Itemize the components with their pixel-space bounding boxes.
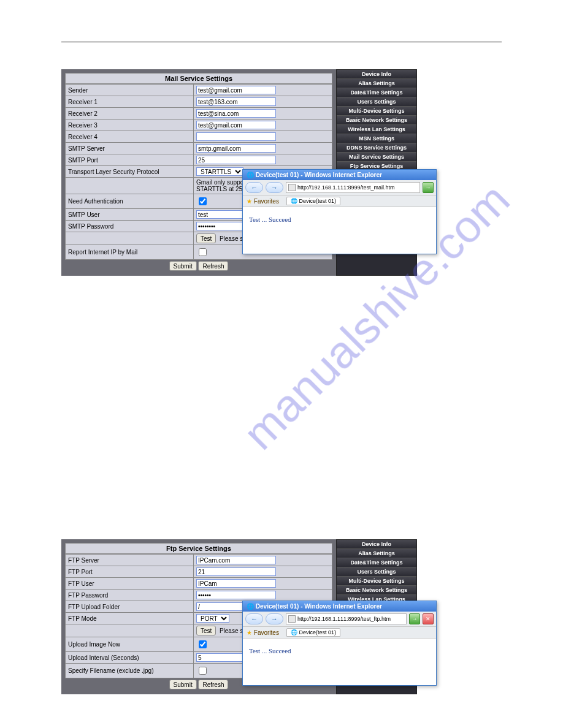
mail-form-title: Mail Service Settings	[65, 73, 332, 84]
ie-body: Test ... Succeed	[243, 639, 436, 685]
smtp-user-label: SMTP User	[66, 209, 194, 221]
ftp-server-label: FTP Server	[66, 555, 194, 566]
ie-tab[interactable]: 🌐 Device(test 01)	[286, 628, 340, 637]
receiver2-input[interactable]	[196, 109, 276, 118]
sender-label: Sender	[66, 85, 194, 96]
ftp-port-input[interactable]	[196, 567, 276, 576]
ie-titlebar: 🌐 Device(test 01) - Windows Internet Exp…	[243, 601, 436, 612]
receiver3-input[interactable]	[196, 121, 276, 129]
ie-forward-button[interactable]: →	[266, 613, 283, 624]
receiver2-label: Receiver 2	[66, 108, 194, 119]
need-auth-checkbox[interactable]	[199, 197, 207, 205]
receiver1-label: Receiver 1	[66, 96, 194, 108]
sidebar-item[interactable]: Basic Network Settings	[337, 116, 416, 125]
ftp-port-label: FTP Port	[66, 566, 194, 578]
filename-label: Specify Filename (exclude .jpg)	[66, 664, 194, 678]
ie-stop-button[interactable]: ✕	[423, 613, 434, 624]
ftp-user-input[interactable]	[196, 579, 276, 588]
ftp-submit-button[interactable]: Submit	[169, 680, 197, 689]
smtp-server-label: SMTP Server	[66, 143, 194, 154]
ie-address-bar[interactable]: http://192.168.1.111:8999/test_mail.htm	[286, 182, 420, 193]
sidebar-item[interactable]: Alias Settings	[337, 549, 416, 558]
mail-submit-button[interactable]: Submit	[169, 261, 197, 271]
ie-favorites[interactable]: Favorites	[247, 198, 279, 205]
ie-favorites[interactable]: Favorites	[247, 629, 279, 636]
ie-go-button[interactable]: →	[409, 613, 420, 624]
ie-back-button[interactable]: ←	[245, 182, 263, 193]
sidebar-item[interactable]: Device Info	[337, 540, 416, 549]
ftp-settings-screenshot: Ftp Service Settings FTP Server FTP Port…	[61, 539, 417, 694]
mail-test-button[interactable]: Test	[196, 233, 216, 243]
ie-icon: 🌐	[247, 603, 254, 610]
sidebar-item[interactable]: Users Settings	[337, 567, 416, 577]
sender-input[interactable]	[196, 86, 276, 94]
ftp-refresh-button[interactable]: Refresh	[198, 680, 228, 689]
ie-icon: 🌐	[247, 172, 254, 178]
ie-titlebar: 🌐 Device(test 01) - Windows Internet Exp…	[243, 170, 436, 180]
ie-back-button[interactable]: ←	[245, 613, 263, 624]
ie-forward-button[interactable]: →	[266, 182, 283, 193]
ftp-pass-label: FTP Password	[66, 590, 194, 601]
ftp-form-title: Ftp Service Settings	[65, 543, 332, 554]
tls-select[interactable]: STARTTLS	[196, 167, 243, 176]
smtp-server-input[interactable]	[196, 144, 276, 153]
receiver4-input[interactable]	[196, 132, 276, 141]
mail-refresh-button[interactable]: Refresh	[198, 261, 228, 271]
interval-label: Upload Interval (Seconds)	[66, 652, 194, 664]
tls-label: Transport Layer Security Protocol	[66, 166, 194, 178]
ie-window-mail-test: 🌐 Device(test 01) - Windows Internet Exp…	[242, 169, 437, 254]
sidebar-item[interactable]: Alias Settings	[337, 79, 416, 88]
ie-address-bar[interactable]: http://192.168.1.111:8999/test_ftp.htm	[286, 613, 407, 624]
sidebar-item[interactable]: DDNS Service Settings	[337, 143, 416, 153]
sidebar-item[interactable]: Date&Time Settings	[337, 88, 416, 97]
report-ip-label: Report Internet IP by Mail	[66, 245, 194, 260]
report-ip-checkbox[interactable]	[199, 248, 207, 256]
page-icon	[288, 184, 296, 191]
ftp-pass-input[interactable]	[196, 591, 276, 599]
sidebar-item[interactable]: Wireless Lan Settings	[337, 125, 416, 134]
ie-window-ftp-test: 🌐 Device(test 01) - Windows Internet Exp…	[242, 601, 437, 686]
ftp-server-input[interactable]	[196, 556, 276, 564]
ie-go-button[interactable]: →	[423, 182, 434, 193]
ftp-folder-label: FTP Upload Folder	[66, 601, 194, 613]
sidebar-item[interactable]: Basic Network Settings	[337, 586, 416, 595]
ftp-user-label: FTP User	[66, 578, 194, 590]
receiver4-label: Receiver 4	[66, 131, 194, 143]
ftp-mode-select[interactable]: PORT	[196, 614, 229, 623]
ftp-test-button[interactable]: Test	[196, 626, 216, 635]
sidebar-item[interactable]: Mail Service Settings	[337, 153, 416, 162]
horizontal-rule	[61, 42, 502, 42]
receiver3-label: Receiver 3	[66, 119, 194, 131]
smtp-port-input[interactable]	[196, 156, 276, 164]
sidebar-item[interactable]: Device Info	[337, 70, 416, 79]
upload-now-label: Upload Image Now	[66, 637, 194, 652]
sidebar-item[interactable]: MSN Settings	[337, 134, 416, 143]
sidebar-item[interactable]: Multi-Device Settings	[337, 107, 416, 116]
sidebar-item[interactable]: Users Settings	[337, 97, 416, 107]
smtp-pass-label: SMTP Password	[66, 221, 194, 232]
sidebar-item[interactable]: Multi-Device Settings	[337, 577, 416, 586]
page-icon	[288, 615, 296, 623]
upload-now-checkbox[interactable]	[199, 640, 207, 648]
mail-settings-screenshot: Mail Service Settings Sender Receiver 1 …	[61, 69, 417, 276]
sidebar-item[interactable]: Date&Time Settings	[337, 558, 416, 567]
ftp-mode-label: FTP Mode	[66, 613, 194, 624]
smtp-port-label: SMTP Port	[66, 154, 194, 166]
ie-tab[interactable]: 🌐 Device(test 01)	[286, 197, 340, 205]
receiver1-input[interactable]	[196, 97, 276, 106]
need-auth-label: Need Authentication	[66, 194, 194, 209]
ie-body: Test ... Succeed	[243, 207, 436, 254]
filename-checkbox[interactable]	[199, 667, 207, 675]
